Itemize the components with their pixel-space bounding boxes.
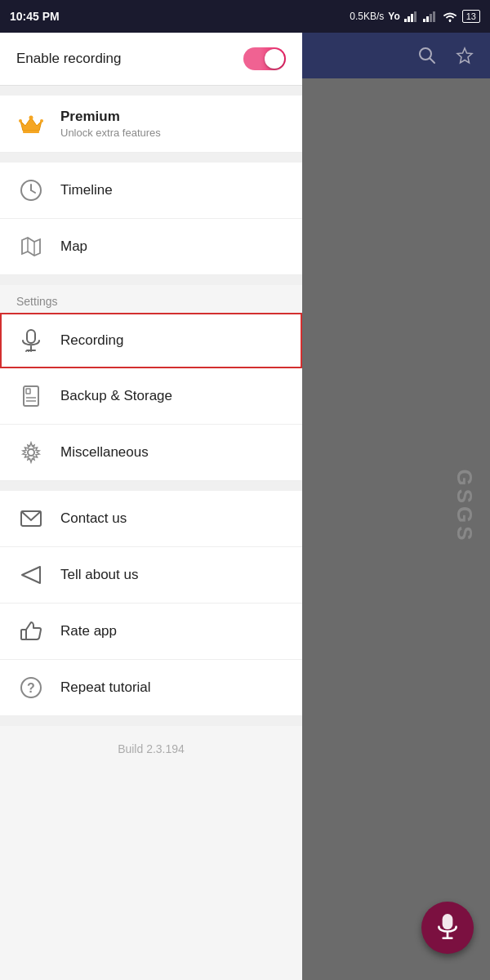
divider-2 xyxy=(0,153,302,163)
help-icon: ? xyxy=(16,673,46,702)
status-time: 10:45 PM xyxy=(10,10,60,23)
svg-point-29 xyxy=(28,449,34,456)
share-icon xyxy=(16,560,46,590)
svg-marker-37 xyxy=(457,48,472,63)
build-text: Build 2.3.194 xyxy=(118,742,185,755)
network-speed: 0.5KB/s xyxy=(350,11,384,22)
star-icon[interactable] xyxy=(456,47,474,65)
settings-label-text: Settings xyxy=(16,295,58,308)
menu-item-backup[interactable]: Backup & Storage xyxy=(0,368,302,425)
status-icons: 0.5KB/s Yo 13 xyxy=(350,10,480,23)
battery-value: 13 xyxy=(466,11,476,21)
menu-item-timeline[interactable]: Timeline xyxy=(0,163,302,219)
svg-rect-7 xyxy=(433,11,435,22)
menu-item-contact[interactable]: Contact us xyxy=(0,491,302,547)
menu-item-tutorial[interactable]: ? Repeat tutorial xyxy=(0,660,302,716)
svg-point-11 xyxy=(29,115,33,119)
premium-text: Premium Unlock extra features xyxy=(60,109,161,139)
svg-line-36 xyxy=(430,59,435,64)
menu-item-recording[interactable]: Recording xyxy=(0,313,302,368)
svg-point-22 xyxy=(25,350,27,352)
svg-rect-26 xyxy=(26,389,30,394)
settings-section-label: Settings xyxy=(0,285,302,313)
map-label: Map xyxy=(60,238,87,255)
svg-marker-31 xyxy=(22,567,40,583)
recording-label: Recording xyxy=(60,332,124,349)
menu-item-tell[interactable]: Tell about us xyxy=(0,547,302,604)
settings-bg-text: GSGS xyxy=(452,469,477,543)
timeline-label: Timeline xyxy=(60,182,113,198)
right-panel-bg: GS xyxy=(452,469,477,506)
fab-mic-button[interactable] xyxy=(421,902,474,954)
search-icon[interactable] xyxy=(418,47,436,65)
clock-icon xyxy=(16,176,46,205)
svg-point-8 xyxy=(448,20,451,22)
battery-indicator: 13 xyxy=(462,10,480,23)
svg-rect-38 xyxy=(443,914,453,929)
enable-recording-label: Enable recording xyxy=(16,51,122,67)
svg-rect-2 xyxy=(411,14,413,22)
time-label: 10:45 PM xyxy=(10,10,60,23)
main-layout: Enable recording Premium Unlock extra fe… xyxy=(0,33,490,980)
svg-line-16 xyxy=(31,190,35,193)
tutorial-label: Repeat tutorial xyxy=(60,679,151,696)
svg-point-12 xyxy=(19,119,22,122)
carrier-label: Yo xyxy=(388,11,399,22)
menu-item-premium[interactable]: Premium Unlock extra features xyxy=(0,96,302,153)
email-icon xyxy=(16,504,46,533)
right-panel: GSGS xyxy=(302,33,490,980)
svg-rect-10 xyxy=(23,131,39,133)
map-icon xyxy=(16,232,46,261)
toggle-knob xyxy=(265,49,284,69)
svg-rect-5 xyxy=(426,16,429,22)
gear-icon xyxy=(16,438,46,467)
signal-icon-2 xyxy=(423,11,438,22)
svg-rect-19 xyxy=(27,330,35,343)
divider-4 xyxy=(0,481,302,491)
backup-label: Backup & Storage xyxy=(60,388,172,404)
svg-rect-0 xyxy=(404,19,407,22)
svg-rect-3 xyxy=(414,11,416,22)
svg-point-24 xyxy=(30,350,32,352)
menu-item-rate[interactable]: Rate app xyxy=(0,604,302,660)
wifi-icon xyxy=(442,11,458,22)
svg-text:?: ? xyxy=(27,681,35,695)
divider-3 xyxy=(0,275,302,285)
tell-label: Tell about us xyxy=(60,567,138,583)
rate-label: Rate app xyxy=(60,623,117,639)
top-nav-bar xyxy=(302,33,490,78)
svg-rect-6 xyxy=(430,14,432,22)
status-bar: 10:45 PM 0.5KB/s Yo 13 xyxy=(0,0,490,33)
crown-icon xyxy=(16,109,46,139)
menu-item-misc[interactable]: Miscellaneous xyxy=(0,425,302,481)
enable-recording-section[interactable]: Enable recording xyxy=(0,33,302,86)
microphone-icon xyxy=(16,326,46,355)
svg-rect-4 xyxy=(423,19,425,22)
recording-toggle[interactable] xyxy=(243,47,286,70)
menu-item-map[interactable]: Map xyxy=(0,219,302,275)
contact-label: Contact us xyxy=(60,510,127,527)
svg-point-23 xyxy=(28,350,29,352)
drawer-menu: Enable recording Premium Unlock extra fe… xyxy=(0,33,302,980)
svg-point-13 xyxy=(40,119,43,122)
premium-subtitle: Unlock extra features xyxy=(60,127,161,139)
divider-5 xyxy=(0,716,302,726)
storage-icon xyxy=(16,381,46,411)
divider-1 xyxy=(0,86,302,96)
signal-icon-1 xyxy=(404,11,419,22)
svg-rect-32 xyxy=(21,630,26,639)
thumbsup-icon xyxy=(16,617,46,646)
premium-title: Premium xyxy=(60,109,161,125)
misc-label: Miscellaneous xyxy=(60,444,149,461)
build-info: Build 2.3.194 xyxy=(0,726,302,772)
svg-rect-1 xyxy=(408,16,410,22)
